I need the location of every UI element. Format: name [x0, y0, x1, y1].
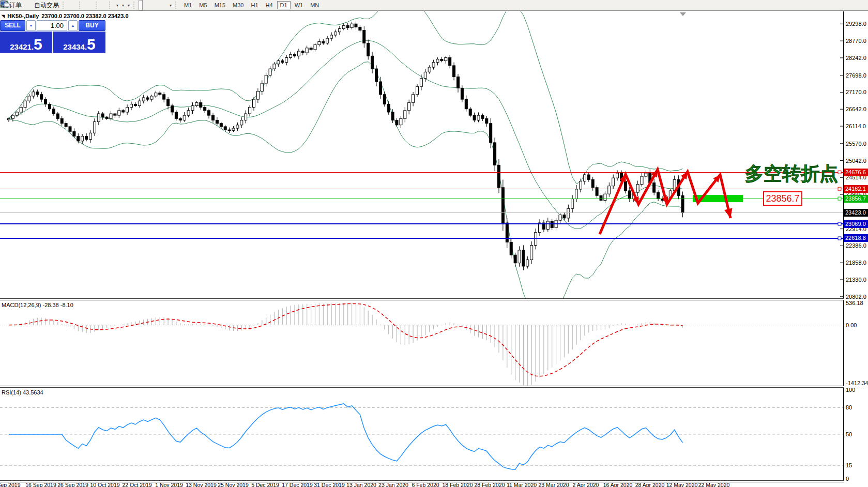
periods-button[interactable]: ▾ [120, 1, 126, 10]
tile-windows-button[interactable] [90, 1, 94, 10]
sell-button[interactable]: SELL [0, 20, 25, 31]
rsi-tick: 0 [846, 476, 849, 482]
arrows-tool-button[interactable]: ▾ [167, 1, 173, 10]
macd-tick: 536.18 [846, 300, 863, 306]
timeframe-H1[interactable]: H1 [248, 1, 261, 9]
date-tick: 31 Dec 2019 [314, 482, 345, 487]
price-tick: 29298.0 [846, 21, 866, 27]
sell-price[interactable]: 23421. 5 [0, 32, 52, 53]
arrows-dropdown-caret[interactable]: ▾ [170, 3, 172, 8]
symbol-period-title: HK50-,Daily [7, 13, 39, 19]
periods-dropdown-caret[interactable]: ▾ [122, 3, 124, 8]
price-tick: 22386.0 [846, 242, 866, 249]
templates-button[interactable]: ▾ [126, 1, 131, 10]
date-tick: 28 Feb 2020 [475, 482, 505, 487]
timeframe-M30[interactable]: M30 [230, 1, 247, 9]
price-tick: 28770.0 [846, 38, 866, 44]
price-tick: 26114.0 [846, 123, 866, 129]
date-tick: 6 Feb 2020 [412, 482, 439, 487]
auto-trading-button[interactable]: 自动交易 [33, 1, 60, 10]
templates-dropdown-caret[interactable]: ▾ [128, 3, 130, 8]
toolbar-grip [133, 2, 136, 9]
price-tick: 25570.0 [846, 141, 866, 147]
chart-title: ◥ HK50-,Daily 23700.0 23700.0 23382.0 23… [2, 13, 129, 19]
date-tick: 23 Mar 2020 [539, 482, 569, 487]
turning-point-annotation[interactable]: 多空转折点 [745, 163, 838, 184]
price-tick: 28242.0 [846, 55, 866, 61]
date-tick: 22 Oct 2019 [122, 482, 151, 487]
toolbar-grip [96, 2, 99, 9]
timeframe-H4[interactable]: H4 [263, 1, 276, 9]
auto-trading-label: 自动交易 [34, 1, 59, 10]
main-chart-panel[interactable]: ◥ HK50-,Daily 23700.0 23700.0 23382.0 23… [0, 11, 844, 298]
price-tick: 21330.0 [846, 277, 866, 283]
timeframe-D1[interactable]: D1 [277, 1, 291, 9]
chart-window: ◥ HK50-,Daily 23700.0 23700.0 23382.0 23… [0, 11, 868, 487]
line-chart-button[interactable] [74, 1, 77, 10]
timeframe-M5[interactable]: M5 [196, 1, 210, 9]
level-price-chip: 23069.0 [844, 220, 868, 228]
macd-canvas[interactable] [0, 300, 843, 386]
rsi-label: RSI(14) 43.5634 [2, 389, 43, 395]
date-tick: 13 Jan 2020 [346, 482, 376, 487]
rsi-tick: 50 [846, 431, 852, 437]
one-click-trading-panel: SELL ▼ 1.00 ▲ BUY 23421. 5 23434. 5 [0, 20, 105, 53]
timeframe-MN[interactable]: MN [307, 1, 322, 9]
date-tick: 17 Dec 2019 [282, 482, 313, 487]
date-tick: 10 Oct 2019 [90, 482, 119, 487]
level-price-chip: 24162.1 [844, 185, 868, 193]
current-price-chip: 23423.0 [844, 209, 868, 217]
community-button[interactable] [863, 1, 866, 10]
indicators-dropdown-caret[interactable]: ▾ [116, 3, 118, 8]
price-chart-canvas[interactable]: 多空转折点23856.7 [0, 11, 843, 298]
timeframe-M1[interactable]: M1 [181, 1, 195, 9]
price-tick: 26642.0 [846, 106, 866, 112]
buy-price[interactable]: 23434. 5 [53, 32, 105, 53]
volume-increase-button[interactable]: ▲ [68, 20, 78, 31]
date-tick: 16 Sep 2019 [25, 482, 56, 487]
rsi-panel[interactable]: RSI(14) 43.5634 [0, 388, 844, 480]
date-tick: 2 Apr 2020 [573, 482, 599, 487]
date-tick: 25 Nov 2019 [218, 482, 249, 487]
toolbar-grip [175, 2, 178, 9]
date-tick: 13 Nov 2019 [186, 482, 217, 487]
price-tick: 25042.0 [846, 158, 866, 164]
top-toolbar: 新订单 自动交易 [0, 0, 868, 11]
rsi-tick: 15 [846, 462, 852, 468]
price-tick: 21858.0 [846, 260, 866, 266]
price-axis[interactable]: 29298.028770.028242.027698.027170.026642… [844, 11, 868, 487]
timeframe-group: M1M5M15M30H1H4D1W1MN [180, 1, 323, 9]
auto-scroll-button[interactable] [104, 1, 107, 10]
toolbar-grip [109, 2, 112, 9]
level-price-chip: 23856.7 [844, 195, 868, 203]
buy-button[interactable]: BUY [79, 20, 105, 31]
chart-shift-marker-icon[interactable] [680, 12, 686, 16]
date-tick: Sep 2019 [0, 482, 20, 487]
date-tick: 5 Dec 2019 [251, 482, 279, 487]
volume-input[interactable]: 1.00 [37, 20, 67, 31]
date-axis[interactable]: Sep 201916 Sep 201926 Sep 201910 Oct 201… [0, 482, 844, 487]
timeframe-M15[interactable]: M15 [211, 1, 229, 9]
date-tick: 22 May 2020 [698, 482, 730, 487]
sell-price-pip: 5 [34, 38, 42, 51]
rsi-canvas[interactable] [0, 388, 843, 480]
date-tick: 16 Apr 2020 [603, 482, 633, 487]
date-tick: 12 May 2020 [666, 482, 698, 487]
volume-decrease-button[interactable]: ▼ [26, 20, 36, 31]
date-tick: 11 Mar 2020 [507, 482, 537, 487]
timeframe-W1[interactable]: W1 [292, 1, 307, 9]
window-marker-icon: ◥ [2, 14, 5, 19]
cursor-tool-button[interactable] [139, 0, 143, 10]
indicators-button[interactable]: ▾ [114, 1, 120, 10]
sell-price-main: 23421. [10, 42, 34, 51]
toolbar-grip [63, 2, 66, 9]
rsi-tick: 80 [846, 404, 852, 410]
date-tick: 23 Jan 2020 [378, 482, 408, 487]
date-tick: 18 Feb 2020 [443, 482, 473, 487]
buy-price-main: 23434. [63, 42, 87, 51]
level-price-chip: 22618.8 [844, 234, 868, 242]
ohlc-values: 23700.0 23700.0 23382.0 23423.0 [41, 13, 128, 19]
macd-panel[interactable]: MACD(12,26,9) -28.38 -8.10 [0, 300, 844, 386]
macd-tick: 0.00 [846, 322, 857, 328]
level-price-chip: 24676.6 [844, 169, 868, 176]
